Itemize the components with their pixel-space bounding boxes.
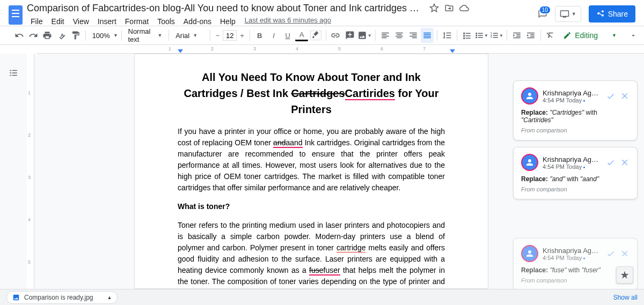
- suggestion-card[interactable]: Krishnapriya Agar… 4:54 PM Today Replace…: [513, 80, 638, 140]
- docs-logo[interactable]: [9, 5, 23, 25]
- show-all-downloads[interactable]: Show all: [613, 294, 638, 301]
- comment-time: 4:54 PM Today: [543, 163, 602, 170]
- bold-button[interactable]: B: [253, 28, 266, 43]
- share-button[interactable]: Share: [589, 5, 635, 23]
- accept-suggestion-icon[interactable]: [606, 249, 616, 258]
- last-edit-link[interactable]: Last edit was 6 minutes ago: [245, 16, 331, 27]
- comment-count-badge: 10: [539, 6, 551, 14]
- menu-file[interactable]: File: [27, 16, 47, 27]
- style-select[interactable]: Normal text▼: [125, 28, 166, 43]
- right-indent-marker-icon[interactable]: [450, 49, 455, 53]
- menubar: File Edit View Insert Format Tools Add-o…: [27, 16, 538, 27]
- comment-history-icon[interactable]: 10: [538, 9, 547, 19]
- svg-point-2: [475, 36, 477, 38]
- paragraph[interactable]: If you have a printer in your office or …: [178, 126, 445, 194]
- menu-tools[interactable]: Tools: [153, 16, 179, 27]
- zoom-select[interactable]: 100%▼: [89, 28, 118, 43]
- menu-help[interactable]: Help: [216, 16, 239, 27]
- mode-label: Editing: [575, 31, 598, 40]
- italic-button[interactable]: I: [267, 28, 280, 43]
- chevron-up-icon[interactable]: ▲: [107, 295, 112, 300]
- align-justify-button[interactable]: [421, 28, 434, 43]
- subheading[interactable]: What is toner?: [178, 201, 445, 212]
- vertical-ruler[interactable]: 1 2 3 4 5: [27, 54, 34, 289]
- svg-point-0: [475, 33, 477, 34]
- underline-button[interactable]: U: [281, 28, 294, 43]
- decrease-indent-button[interactable]: [510, 28, 523, 43]
- paragraph[interactable]: Toner refers to the printing medium used…: [178, 220, 445, 289]
- font-size-decrease[interactable]: −: [214, 28, 222, 43]
- comment-time: 4:54 PM Today: [543, 255, 602, 261]
- align-left-button[interactable]: [378, 28, 391, 43]
- comment-author: Krishnapriya Agar…: [543, 89, 602, 97]
- cloud-saved-icon[interactable]: [459, 3, 469, 13]
- download-bar: Comparison is ready.jpg ▲ Show all: [0, 289, 644, 305]
- font-size-input[interactable]: [223, 30, 237, 41]
- comments-column: Krishnapriya Agar… 4:54 PM Today Replace…: [513, 80, 638, 291]
- suggestion-card[interactable]: Krishnapriya Agar… 4:54 PM Today Replace…: [513, 147, 638, 199]
- download-filename: Comparison is ready.jpg: [24, 294, 93, 301]
- toolbar: 100%▼ Normal text▼ Arial▼ − + B I U A ▼ …: [0, 26, 644, 45]
- doc-title[interactable]: Comparison of Fabcartrides-on blog-All Y…: [27, 2, 424, 15]
- bulleted-list-button[interactable]: ▼: [474, 28, 488, 43]
- paint-format-button[interactable]: [69, 28, 82, 43]
- outline-toggle-icon[interactable]: [6, 65, 21, 80]
- star-icon[interactable]: [429, 3, 439, 13]
- avatar: [521, 87, 538, 105]
- align-center-button[interactable]: [393, 28, 406, 43]
- insert-link-button[interactable]: [329, 28, 342, 43]
- avatar: [521, 245, 538, 262]
- comment-author: Krishnapriya Agar…: [543, 247, 602, 255]
- spellcheck-button[interactable]: [55, 28, 68, 43]
- menu-addons[interactable]: Add-ons: [180, 16, 215, 27]
- increase-indent-button[interactable]: [524, 28, 537, 43]
- share-label: Share: [608, 10, 628, 18]
- highlight-button[interactable]: [309, 29, 322, 41]
- redo-button[interactable]: [27, 28, 40, 43]
- menu-format[interactable]: Format: [121, 16, 152, 27]
- line-spacing-button[interactable]: [441, 28, 453, 43]
- font-select[interactable]: Arial▼: [172, 28, 207, 43]
- accept-suggestion-icon[interactable]: [606, 91, 616, 101]
- svg-point-1: [475, 35, 477, 36]
- explore-button[interactable]: [616, 266, 633, 284]
- print-button[interactable]: [41, 28, 54, 43]
- horizontal-ruler[interactable]: 1 2 3 4 5 6 7: [36, 45, 644, 54]
- menu-view[interactable]: View: [69, 16, 93, 27]
- text-color-button[interactable]: A: [295, 29, 308, 41]
- comment-author: Krishnapriya Agar…: [543, 155, 602, 163]
- accept-suggestion-icon[interactable]: [606, 158, 616, 167]
- reject-suggestion-icon[interactable]: [620, 91, 630, 101]
- move-icon[interactable]: [444, 3, 454, 13]
- comment-time: 4:54 PM Today: [543, 97, 602, 103]
- collapse-toolbar-button[interactable]: [627, 28, 640, 43]
- insert-image-button[interactable]: ▼: [357, 28, 372, 43]
- numbered-list-button[interactable]: ▼: [489, 28, 503, 43]
- doc-heading[interactable]: All You Need To Know About Toner and Ink…: [178, 69, 445, 117]
- left-indent-marker-icon[interactable]: [178, 49, 183, 53]
- menu-insert[interactable]: Insert: [94, 16, 120, 27]
- add-comment-button[interactable]: [343, 28, 356, 43]
- avatar: [521, 154, 538, 171]
- mode-editing-button[interactable]: Editing ▼: [558, 28, 621, 42]
- font-size-increase[interactable]: +: [238, 28, 246, 43]
- checklist-button[interactable]: [460, 28, 473, 43]
- present-button[interactable]: ▼: [555, 6, 581, 22]
- align-right-button[interactable]: [407, 28, 420, 43]
- clear-formatting-button[interactable]: [544, 28, 557, 43]
- menu-edit[interactable]: Edit: [48, 16, 68, 27]
- document-page[interactable]: All You Need To Know About Toner and Ink…: [134, 54, 488, 289]
- download-chip[interactable]: Comparison is ready.jpg ▲: [6, 291, 118, 304]
- reject-suggestion-icon[interactable]: [620, 249, 630, 258]
- reject-suggestion-icon[interactable]: [620, 158, 630, 167]
- undo-button[interactable]: [13, 28, 26, 43]
